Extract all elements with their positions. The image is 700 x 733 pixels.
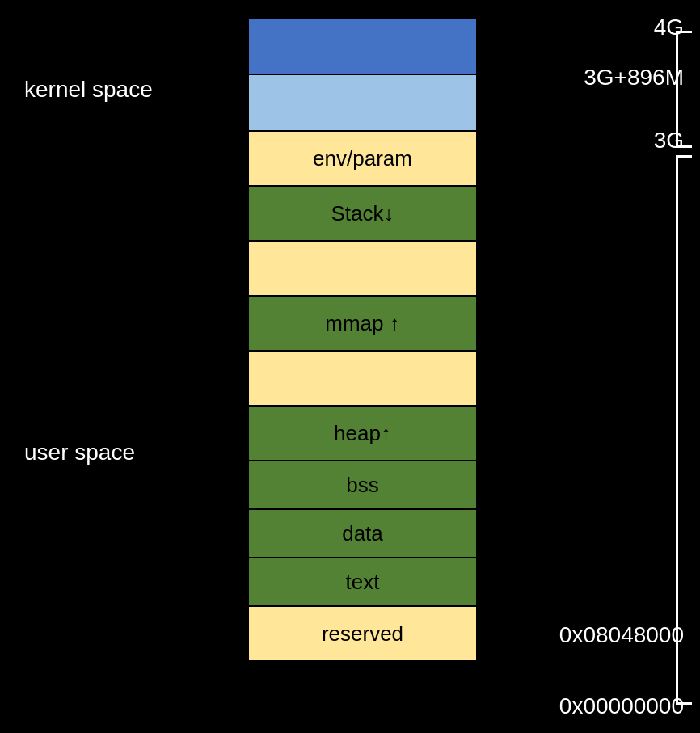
block-empty2 (248, 351, 477, 406)
block-data: data (248, 509, 477, 558)
user-space-label: user space (24, 440, 135, 465)
block-env: env/param (248, 131, 477, 186)
addr-3g896m: 3G+896M (584, 65, 684, 91)
block-reserved-label: reserved (322, 621, 403, 647)
block-stack-label: Stack↓ (331, 201, 394, 226)
kernel-space-label: kernel space (24, 77, 153, 103)
block-bss-label: bss (346, 473, 378, 498)
block-text: text (248, 558, 477, 606)
diagram: kernel space user space env/param Stack↓… (0, 0, 700, 733)
block-mmap: mmap ↑ (248, 296, 477, 351)
block-kernel-low (248, 74, 477, 131)
memory-blocks: env/param Stack↓ mmap ↑ heap↑ bss data t… (248, 18, 477, 661)
address-labels: 4G 3G+896M 3G 0x08048000 0x00000000 (506, 0, 684, 733)
block-empty1 (248, 241, 477, 296)
addr-4g: 4G (654, 15, 684, 40)
block-bss: bss (248, 461, 477, 509)
addr-0x08048000: 0x08048000 (559, 622, 684, 648)
user-space-label-area: user space (24, 234, 135, 671)
block-text-label: text (346, 570, 380, 595)
block-kernel-high (248, 18, 477, 74)
block-mmap-label: mmap ↑ (325, 311, 399, 336)
block-heap-label: heap↑ (334, 421, 391, 446)
block-heap: heap↑ (248, 406, 477, 461)
kernel-space-label-area: kernel space (24, 31, 153, 148)
block-data-label: data (342, 521, 383, 546)
addr-0x00000000: 0x00000000 (559, 693, 684, 719)
addr-3g: 3G (654, 128, 684, 154)
block-reserved: reserved (248, 606, 477, 661)
block-stack: Stack↓ (248, 186, 477, 241)
block-env-label: env/param (313, 146, 412, 171)
